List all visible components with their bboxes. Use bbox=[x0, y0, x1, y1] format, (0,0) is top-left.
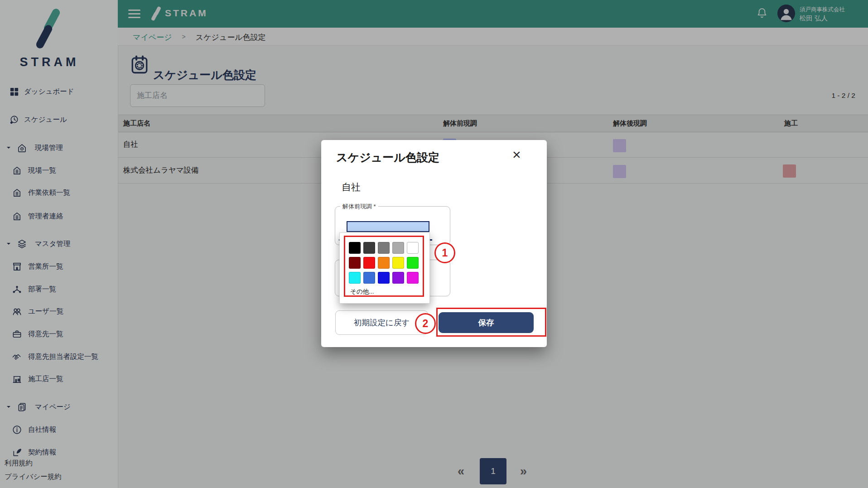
palette-color[interactable] bbox=[363, 242, 375, 254]
palette-color[interactable] bbox=[349, 257, 361, 269]
app-window: STRAM ダッシュボード スケジュール 現場管理 現場一覧 作業依頼一覧 管理… bbox=[0, 0, 868, 488]
color-input[interactable] bbox=[347, 221, 429, 232]
close-icon[interactable]: × bbox=[512, 147, 521, 162]
palette-color[interactable] bbox=[363, 272, 375, 284]
reset-default-button[interactable]: 初期設定に戻す bbox=[335, 310, 428, 335]
schedule-color-dialog: スケジュール色設定 × 自社 解体前現調 * bbox=[321, 140, 547, 347]
palette-color[interactable] bbox=[349, 242, 361, 254]
palette-color[interactable] bbox=[349, 272, 361, 284]
palette-color[interactable] bbox=[407, 257, 419, 269]
annotation-box-2 bbox=[436, 308, 546, 337]
color-palette bbox=[349, 242, 421, 284]
palette-color[interactable] bbox=[407, 242, 419, 254]
field-pre-label: 解体前現調 * bbox=[340, 203, 378, 211]
color-picker-popup: その他... bbox=[339, 232, 430, 304]
palette-color[interactable] bbox=[407, 272, 419, 284]
palette-color[interactable] bbox=[392, 242, 404, 254]
dialog-company-label: 自社 bbox=[342, 181, 361, 193]
annotation-step-2: 2 bbox=[415, 313, 436, 334]
palette-color[interactable] bbox=[392, 257, 404, 269]
other-color-link[interactable]: その他... bbox=[350, 288, 374, 296]
palette-color[interactable] bbox=[392, 272, 404, 284]
palette-color[interactable] bbox=[378, 272, 390, 284]
annotation-step-1: 1 bbox=[434, 242, 455, 263]
palette-color[interactable] bbox=[378, 257, 390, 269]
palette-color[interactable] bbox=[363, 257, 375, 269]
dialog-title: スケジュール色設定 bbox=[336, 150, 439, 165]
palette-color[interactable] bbox=[378, 242, 390, 254]
